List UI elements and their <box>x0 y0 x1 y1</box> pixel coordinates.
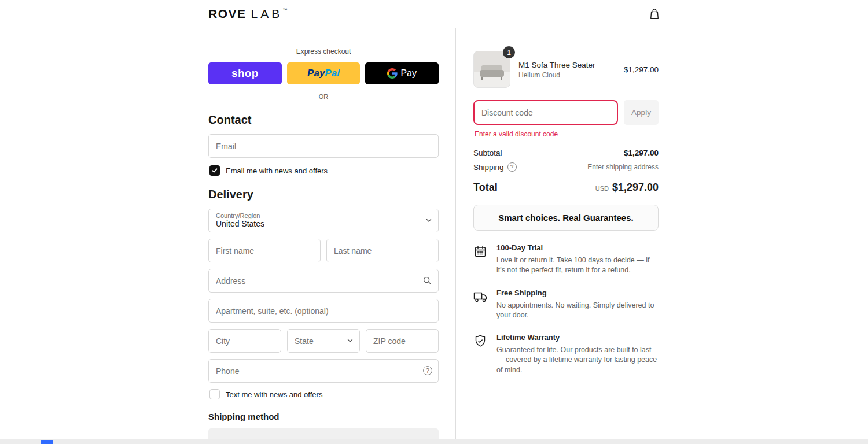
brand-wordmark-sub: LAB <box>251 7 283 21</box>
paypal-logo-pal: Pal <box>325 68 340 79</box>
chevron-down-icon <box>347 336 354 346</box>
brand-logo[interactable]: ROVE LAB ™ <box>208 7 287 21</box>
or-divider-label: OR <box>319 93 329 100</box>
contact-section-title: Contact <box>208 113 439 127</box>
feature-title: 100-Day Trial <box>496 243 659 252</box>
address-field[interactable] <box>208 269 439 293</box>
first-name-field[interactable] <box>208 239 321 262</box>
discount-code-input[interactable] <box>473 100 618 125</box>
truck-icon <box>473 288 496 321</box>
shop-pay-logo: shop <box>231 67 259 80</box>
shop-pay-button[interactable]: shop <box>208 62 282 84</box>
shipping-help-icon[interactable]: ? <box>507 162 517 172</box>
paypal-button[interactable]: PayPal <box>287 62 361 84</box>
subtotal-row: Subtotal $1,297.00 <box>473 149 659 157</box>
apartment-field[interactable] <box>208 299 439 323</box>
chevron-down-icon <box>425 216 432 226</box>
shipping-label: Shipping <box>473 163 504 172</box>
feature-description: No appointments. No waiting. Simply deli… <box>496 301 659 321</box>
guarantee-banner: Smart choices. Real Guarantees. <box>473 205 659 231</box>
order-summary-pane: 1 M1 Sofa Three Seater Helium Cloud $1,2… <box>456 28 868 444</box>
email-news-checkbox-label: Email me with news and offers <box>226 166 328 175</box>
search-icon <box>422 275 432 288</box>
phone-field[interactable] <box>208 359 439 383</box>
cart-bag-icon[interactable] <box>648 8 661 23</box>
feature-shipping: Free Shipping No appointments. No waitin… <box>473 288 659 321</box>
shipping-value: Enter shipping address <box>587 163 659 171</box>
feature-warranty: Lifetime Warranty Guaranteed for life. O… <box>473 333 659 375</box>
state-select[interactable]: State <box>287 329 360 353</box>
discount-error-message: Enter a valid discount code <box>475 130 659 138</box>
checkout-form-pane: Express checkout shop PayPal <box>0 28 456 444</box>
paypal-logo-pay: Pay <box>307 68 325 79</box>
checkout-main: Express checkout shop PayPal <box>0 28 868 444</box>
country-select-label: Country/Region <box>216 212 431 219</box>
subtotal-label: Subtotal <box>473 149 502 157</box>
scrollbar-thumb[interactable] <box>41 440 53 444</box>
apply-discount-button[interactable]: Apply <box>624 100 659 125</box>
subtotal-value: $1,297.00 <box>624 149 659 157</box>
country-select[interactable]: Country/Region United States <box>208 209 439 232</box>
feature-description: Guaranteed for life. Our products are bu… <box>496 345 659 375</box>
total-value: $1,297.00 <box>612 182 659 194</box>
brand-wordmark-main: ROVE <box>208 7 247 21</box>
city-field[interactable] <box>208 329 281 353</box>
cart-line-item: 1 M1 Sofa Three Seater Helium Cloud $1,2… <box>473 51 659 88</box>
currency-code: USD <box>595 185 609 192</box>
feature-title: Free Shipping <box>496 288 659 297</box>
feature-trial: 100-Day Trial Love it or return it. Take… <box>473 243 659 276</box>
sms-news-checkbox-label: Text me with news and offers <box>226 390 322 399</box>
express-buttons: shop PayPal Pay <box>208 62 439 84</box>
product-price: $1,297.00 <box>624 65 659 74</box>
google-pay-button[interactable]: Pay <box>365 62 439 84</box>
product-variant: Helium Cloud <box>518 71 624 79</box>
brand-trademark: ™ <box>282 8 287 13</box>
email-field[interactable] <box>208 134 439 158</box>
country-select-value: United States <box>216 219 431 229</box>
checkbox-checked-icon[interactable] <box>209 165 220 176</box>
google-pay-label: Pay <box>400 68 417 79</box>
express-checkout-label: Express checkout <box>208 47 439 56</box>
discount-code-row: Apply <box>473 100 659 125</box>
state-select-value: State <box>295 336 314 346</box>
total-label: Total <box>473 182 498 194</box>
zip-code-field[interactable] <box>366 329 439 353</box>
shipping-method-title: Shipping method <box>208 412 439 421</box>
phone-help-icon[interactable]: ? <box>423 366 432 375</box>
sms-news-checkbox-row[interactable]: Text me with news and offers <box>209 389 439 399</box>
calendar-icon <box>473 243 496 276</box>
total-row: Total USD $1,297.00 <box>473 182 659 194</box>
feature-title: Lifetime Warranty <box>496 333 659 342</box>
quantity-badge: 1 <box>503 46 515 58</box>
shipping-row: Shipping ? Enter shipping address <box>473 162 659 172</box>
google-g-icon <box>387 68 398 79</box>
email-news-checkbox-row[interactable]: Email me with news and offers <box>209 165 439 176</box>
horizontal-scrollbar[interactable] <box>0 439 868 444</box>
shield-icon <box>473 333 496 375</box>
delivery-section-title: Delivery <box>208 188 439 201</box>
last-name-field[interactable] <box>326 239 439 262</box>
or-divider: OR <box>208 93 439 100</box>
product-name: M1 Sofa Three Seater <box>518 60 624 70</box>
feature-description: Love it or return it. Take 100 days to d… <box>496 256 659 276</box>
checkout-header: ROVE LAB ™ <box>0 0 868 28</box>
checkbox-unchecked-icon[interactable] <box>209 389 220 399</box>
